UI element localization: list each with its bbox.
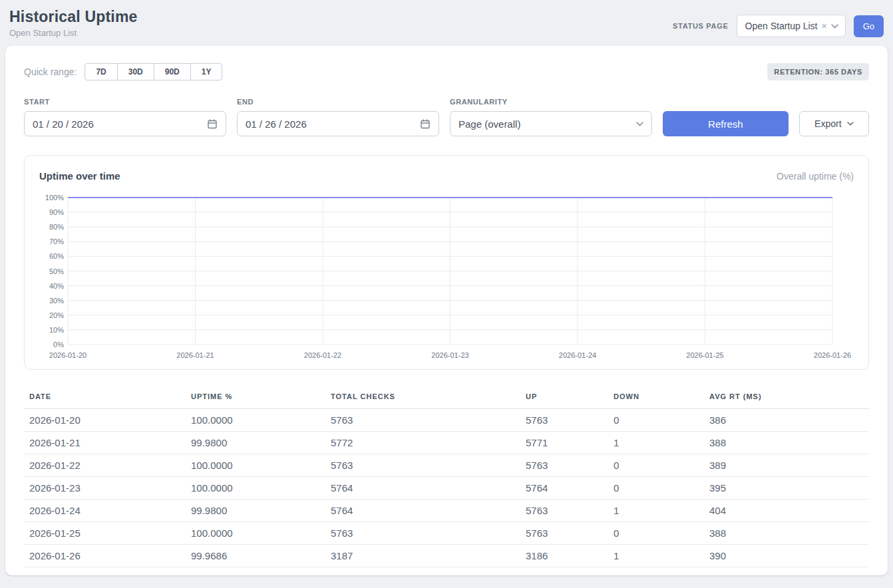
svg-text:2026-01-21: 2026-01-21 [176, 351, 214, 359]
table-cell: 395 [704, 477, 869, 500]
table-cell: 386 [704, 409, 869, 432]
calendar-icon[interactable] [207, 118, 218, 129]
uptime-chart-card: Uptime over time Overall uptime (%) 0%10… [24, 155, 869, 370]
uptime-table-body: 2026-01-20100.00005763576303862026-01-21… [24, 409, 869, 567]
export-button[interactable]: Export [799, 111, 869, 136]
quick-range-30d[interactable]: 30D [117, 63, 154, 80]
table-cell: 5771 [520, 432, 608, 454]
table-cell: 2026-01-20 [24, 409, 186, 432]
table-cell: 2026-01-26 [24, 545, 186, 567]
table-row: 2026-01-2699.9686318731861390 [24, 545, 869, 567]
svg-text:70%: 70% [49, 237, 64, 245]
column-header: TOTAL CHECKS [325, 386, 520, 409]
start-date-label: START [24, 98, 226, 106]
svg-text:2026-01-26: 2026-01-26 [814, 351, 851, 359]
start-date-input[interactable]: 01 / 20 / 2026 [24, 111, 226, 136]
go-button[interactable]: Go [854, 15, 884, 37]
column-header: UPTIME % [186, 386, 325, 409]
table-cell: 0 [608, 454, 704, 477]
table-cell: 2026-01-23 [24, 477, 186, 500]
chart-title: Uptime over time [39, 170, 120, 182]
table-cell: 3187 [325, 545, 520, 567]
page-title: Historical Uptime [9, 8, 138, 26]
svg-text:50%: 50% [49, 267, 64, 275]
table-cell: 2026-01-21 [24, 432, 186, 454]
table-row: 2026-01-20100.0000576357630386 [24, 409, 869, 432]
table-row: 2026-01-2499.9800576457631404 [24, 500, 869, 522]
start-date-field: START 01 / 20 / 2026 [24, 98, 226, 136]
chart-header: Uptime over time Overall uptime (%) [39, 170, 854, 182]
svg-text:100%: 100% [45, 194, 64, 202]
quick-range-90d[interactable]: 90D [154, 63, 191, 80]
status-page-selected-value: Open Startup List [745, 21, 818, 31]
table-row: 2026-01-23100.0000576457640395 [24, 477, 869, 500]
table-cell: 100.0000 [186, 409, 325, 432]
start-date-value: 01 / 20 / 2026 [33, 118, 94, 130]
svg-text:2026-01-25: 2026-01-25 [686, 351, 723, 359]
column-header: AVG RT (MS) [704, 386, 869, 409]
calendar-icon[interactable] [420, 118, 431, 129]
quick-range-1y[interactable]: 1Y [190, 63, 223, 80]
table-cell: 5763 [520, 454, 608, 477]
table-cell: 5763 [325, 522, 520, 545]
chevron-down-icon [847, 122, 854, 126]
column-header: DOWN [608, 386, 704, 409]
table-cell: 100.0000 [186, 477, 325, 500]
uptime-chart-svg: 0%10%20%30%40%50%60%70%80%90%100%2026-01… [37, 191, 856, 363]
quick-range-7d[interactable]: 7D [85, 63, 117, 80]
chevron-down-icon [636, 122, 643, 126]
table-cell: 5764 [520, 477, 608, 500]
svg-text:2026-01-23: 2026-01-23 [431, 351, 468, 359]
table-cell: 1 [608, 545, 704, 567]
main-card: Quick range: 7D30D90D1Y RETENTION: 365 D… [5, 46, 888, 575]
table-cell: 5772 [325, 432, 520, 454]
svg-text:2026-01-22: 2026-01-22 [304, 351, 341, 359]
table-cell: 388 [704, 522, 869, 545]
chevron-down-icon [831, 24, 838, 29]
uptime-table-header-row: DATEUPTIME %TOTAL CHECKSUPDOWNAVG RT (MS… [24, 386, 869, 409]
refresh-button[interactable]: Refresh [663, 111, 789, 136]
table-cell: 99.9686 [186, 545, 325, 567]
table-cell: 2026-01-24 [24, 500, 186, 522]
svg-text:2026-01-20: 2026-01-20 [49, 351, 87, 359]
table-cell: 1 [608, 500, 704, 522]
quick-range-group: 7D30D90D1Y [85, 63, 222, 80]
svg-text:90%: 90% [49, 208, 64, 216]
granularity-selected-value: Page (overall) [458, 118, 520, 130]
table-cell: 404 [704, 500, 869, 522]
clear-selection-icon[interactable]: × [821, 21, 826, 31]
table-cell: 5763 [520, 409, 608, 432]
table-cell: 0 [608, 409, 704, 432]
table-cell: 5764 [325, 500, 520, 522]
quick-range-label: Quick range: [24, 67, 77, 77]
table-cell: 2026-01-25 [24, 522, 186, 545]
granularity-label: GRANULARITY [450, 98, 652, 106]
svg-text:80%: 80% [49, 223, 64, 231]
end-date-field: END 01 / 26 / 2026 [237, 98, 439, 136]
table-cell: 1 [608, 432, 704, 454]
end-date-input[interactable]: 01 / 26 / 2026 [237, 111, 439, 136]
table-cell: 5763 [520, 522, 608, 545]
table-cell: 5763 [325, 409, 520, 432]
table-row: 2026-01-25100.0000576357630388 [24, 522, 869, 545]
svg-text:40%: 40% [49, 282, 64, 290]
status-page-select[interactable]: Open Startup List × [737, 15, 846, 37]
chart-legend: Overall uptime (%) [777, 171, 854, 182]
page-header-left: Historical Uptime Open Startup List [9, 8, 138, 38]
table-cell: 390 [704, 545, 869, 567]
table-cell: 100.0000 [186, 522, 325, 545]
table-cell: 2026-01-22 [24, 454, 186, 477]
table-cell: 5763 [520, 500, 608, 522]
svg-text:2026-01-24: 2026-01-24 [559, 351, 596, 359]
quick-range-left: Quick range: 7D30D90D1Y [24, 63, 222, 80]
column-header: UP [520, 386, 608, 409]
table-cell: 0 [608, 522, 704, 545]
granularity-select[interactable]: Page (overall) [450, 111, 652, 136]
table-row: 2026-01-22100.0000576357630389 [24, 454, 869, 477]
page-subtitle: Open Startup List [9, 28, 138, 38]
granularity-field: GRANULARITY Page (overall) [450, 98, 652, 136]
table-cell: 5763 [325, 454, 520, 477]
table-cell: 3186 [520, 545, 608, 567]
end-date-label: END [237, 98, 439, 106]
svg-text:60%: 60% [49, 252, 64, 260]
